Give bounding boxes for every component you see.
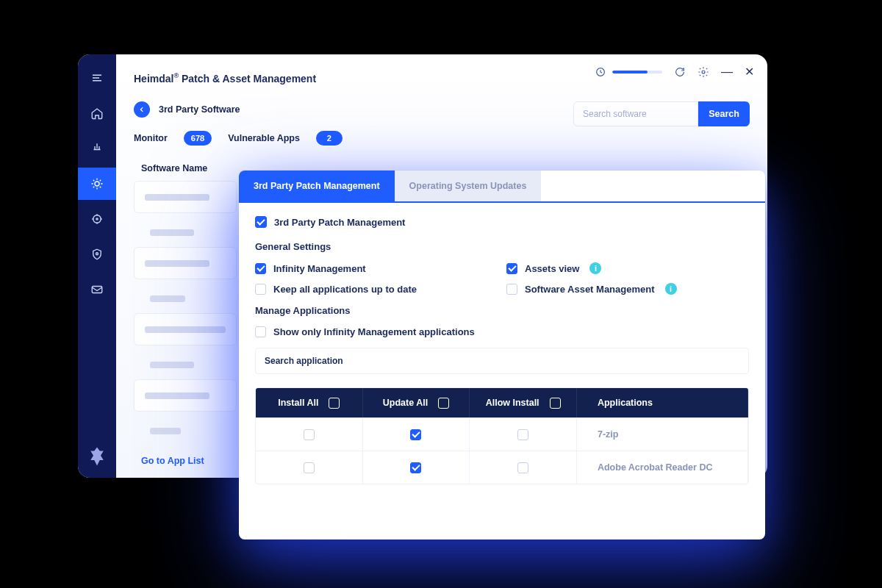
settings-panel: 3rd Party Patch Management Operating Sys… [239, 171, 765, 539]
checkbox-install[interactable] [304, 462, 315, 473]
close-button[interactable]: ✕ [745, 66, 754, 78]
label-show-only-infinity: Show only Infinity Management applicatio… [273, 326, 475, 337]
breadcrumb: 3rd Party Software [159, 104, 240, 115]
list-item[interactable] [134, 284, 237, 313]
checkbox-update[interactable] [410, 429, 421, 440]
menu-icon[interactable] [78, 62, 116, 94]
mail-icon[interactable] [78, 273, 116, 306]
back-button[interactable] [134, 101, 150, 118]
label-keep-updated: Keep all applications up to date [273, 284, 417, 295]
checkbox-assets-view[interactable] [506, 263, 517, 274]
checkbox-allow[interactable] [517, 462, 528, 473]
toggle-third-party-patch[interactable] [255, 216, 267, 228]
list-item[interactable] [134, 247, 237, 279]
list-item[interactable] [134, 313, 237, 345]
col-applications: Applications [598, 398, 653, 408]
app-title-suffix: Patch & Asset Management [179, 72, 316, 84]
checkbox-show-only-infinity[interactable] [255, 326, 266, 337]
search-application-input[interactable]: Search application [255, 348, 749, 374]
list-item[interactable] [134, 350, 237, 379]
shield-icon[interactable] [78, 238, 116, 270]
info-icon[interactable]: i [665, 283, 677, 295]
search-input[interactable] [573, 101, 698, 126]
svg-point-2 [96, 218, 98, 220]
svg-point-6 [702, 71, 705, 74]
minimize-button[interactable]: — [721, 66, 733, 78]
toggle-third-party-patch-label: 3rd Party Patch Management [274, 217, 405, 228]
progress-bar [612, 71, 662, 74]
app-name: Adobe Acrobat Reader DC [598, 462, 713, 473]
search-box: Search [573, 101, 750, 126]
checkbox-allow-install[interactable] [550, 398, 561, 409]
sidebar [78, 54, 116, 478]
svg-rect-4 [92, 287, 102, 293]
svg-point-3 [96, 253, 98, 255]
tab-third-party-patch[interactable]: 3rd Party Patch Management [239, 171, 395, 201]
refresh-icon[interactable] [674, 66, 686, 78]
vulnerable-apps-count-badge: 2 [316, 131, 343, 146]
window-controls: — ✕ [595, 66, 754, 78]
list-item[interactable] [134, 379, 237, 412]
checkbox-update[interactable] [410, 462, 421, 473]
tabs: 3rd Party Patch Management Operating Sys… [239, 171, 765, 203]
applications-table: Install All Update All Allow Install App… [255, 387, 749, 484]
table-row: Adobe Acrobat Reader DC [256, 451, 748, 484]
section-manage-applications: Manage Applications [255, 305, 749, 316]
gear-icon[interactable] [698, 66, 709, 78]
label-infinity-management: Infinity Management [273, 263, 366, 274]
list-item[interactable] [134, 181, 237, 213]
vulnerable-apps-label: Vulnerable Apps [228, 133, 300, 143]
tab-os-updates[interactable]: Operating System Updates [395, 171, 542, 201]
search-button[interactable]: Search [698, 101, 750, 126]
col-install-all: Install All [278, 398, 318, 408]
list-item[interactable] [134, 416, 237, 445]
section-general-settings: General Settings [255, 241, 749, 252]
label-assets-view: Assets view [525, 263, 579, 274]
patch-icon[interactable] [78, 168, 116, 200]
info-icon[interactable]: i [589, 262, 601, 274]
checkbox-allow[interactable] [517, 429, 528, 440]
scan-progress [595, 66, 662, 78]
checkbox-software-asset-management[interactable] [506, 284, 517, 295]
app-title-prefix: Heimdal [134, 72, 173, 84]
software-list [134, 181, 237, 445]
brand-logo-icon [78, 445, 116, 467]
scan-icon [595, 66, 606, 78]
app-name: 7-zip [598, 429, 618, 440]
checkbox-install[interactable] [304, 429, 315, 440]
col-allow-install: Allow Install [486, 398, 539, 408]
list-item[interactable] [134, 218, 237, 247]
monitor-count-badge: 678 [184, 131, 212, 146]
block-icon[interactable] [78, 132, 116, 165]
home-icon[interactable] [78, 97, 116, 129]
monitor-label: Monitor [134, 133, 168, 143]
checkbox-infinity-management[interactable] [255, 263, 266, 274]
svg-point-1 [93, 215, 101, 223]
target-icon[interactable] [78, 203, 116, 235]
table-row: 7-zip [256, 417, 748, 451]
checkbox-keep-updated[interactable] [255, 284, 266, 295]
checkbox-update-all[interactable] [438, 398, 449, 409]
svg-point-0 [95, 182, 99, 186]
checkbox-install-all[interactable] [329, 398, 340, 409]
label-software-asset-management: Software Asset Management [525, 284, 655, 295]
col-update-all: Update All [383, 398, 428, 408]
